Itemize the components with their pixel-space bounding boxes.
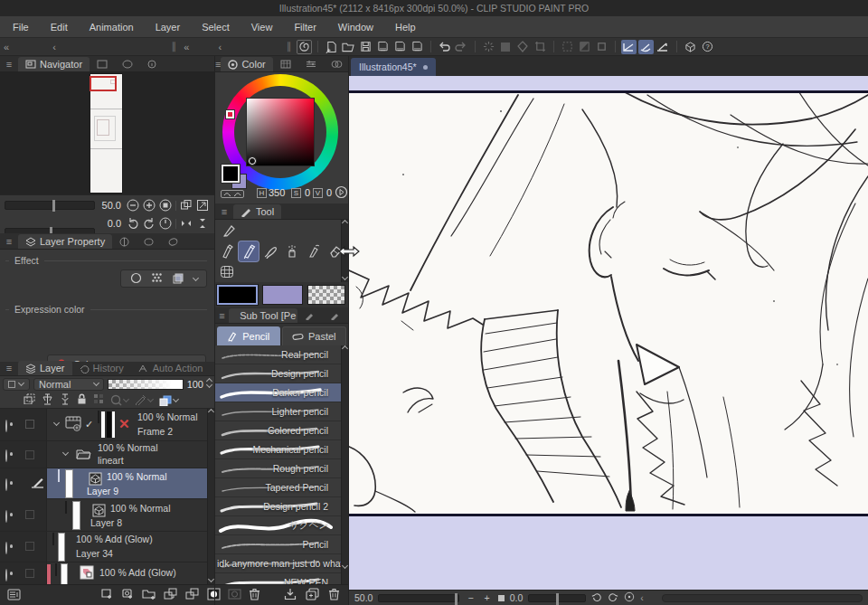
menu-layer[interactable]: Layer xyxy=(156,22,181,33)
subtool-item-tapered-pencil[interactable]: Tapered Pencil xyxy=(215,478,341,497)
layer-row-partial[interactable]: 100 % Add (Glow) xyxy=(0,562,207,584)
border-effect-button[interactable] xyxy=(130,272,142,286)
sv-cursor[interactable] xyxy=(249,157,256,165)
layer-visibility-eye-icon[interactable] xyxy=(5,510,7,523)
transfer-to-lower-layer-button[interactable] xyxy=(164,588,178,602)
selection-clear-icon[interactable] xyxy=(594,40,609,54)
subtool-item-mechanical-pencil[interactable]: Mechanical pencil xyxy=(215,440,341,459)
tool-figure-grid[interactable] xyxy=(217,262,237,280)
tab-information-icon[interactable] xyxy=(140,57,164,71)
tab-item-bank-icon[interactable] xyxy=(115,57,140,71)
tab-modified-dot-icon[interactable] xyxy=(423,65,428,70)
clip-to-layer-below-icon[interactable] xyxy=(24,393,35,406)
layer-row-layer34[interactable]: 100 % Add (Glow) Layer 34 xyxy=(0,532,207,562)
layer-check-area[interactable] xyxy=(25,450,34,459)
tab-subview-icon[interactable] xyxy=(90,57,115,71)
canvas-horizontal-scrollbar[interactable] xyxy=(662,594,863,602)
import-sub-tool-button[interactable] xyxy=(284,588,297,602)
canvas-viewport[interactable] xyxy=(349,76,868,590)
layer-thumbnail[interactable] xyxy=(65,501,67,514)
selection-rect-icon[interactable] xyxy=(560,40,575,54)
dock-grip2-icon[interactable]: ∥ xyxy=(283,41,296,52)
subtool-scrollbar[interactable] xyxy=(341,345,348,584)
zoom-out-button[interactable] xyxy=(127,199,139,213)
subtool-item-pencil[interactable]: Pencil xyxy=(215,535,341,554)
snap-to-ruler-toggle[interactable] xyxy=(621,40,637,54)
canvas-rotate-slider[interactable] xyxy=(528,594,586,602)
layer-color-effect-button[interactable] xyxy=(172,272,184,286)
tab-subtool-alt-icon[interactable] xyxy=(297,308,323,323)
panel-menu-icon[interactable]: ≡ xyxy=(0,57,18,71)
enable-mask-icon[interactable] xyxy=(110,394,128,406)
menu-select[interactable]: Select xyxy=(202,22,230,33)
tab-tone-icon[interactable] xyxy=(137,234,161,249)
tool-airbrush[interactable] xyxy=(282,241,302,261)
layer-check-area[interactable] xyxy=(25,420,34,429)
document-tab-illustration45[interactable]: Illustration45* xyxy=(351,58,436,76)
canvas-zoom-in-button[interactable]: + xyxy=(482,592,493,603)
tab-layer[interactable]: Layer xyxy=(18,361,72,375)
tab-effect-icon[interactable] xyxy=(112,234,137,249)
ruler-range-icon[interactable] xyxy=(135,394,153,405)
titlebar[interactable]: Illustration45* (2112 x 8416px 300dpi 50… xyxy=(0,0,868,16)
layer-name-text[interactable]: lineart xyxy=(98,455,124,466)
new-layer-settings-button[interactable] xyxy=(121,588,135,602)
refresh-icon[interactable] xyxy=(481,40,496,54)
blend-mode-dropdown[interactable]: Normal xyxy=(33,378,104,391)
layer-opacity-slider[interactable] xyxy=(108,379,184,390)
tab-color-wheel[interactable]: Color xyxy=(221,57,272,71)
layer-check-area[interactable] xyxy=(25,510,34,519)
panel-menu-icon[interactable]: ≡ xyxy=(215,204,233,219)
reference-layer-icon[interactable] xyxy=(42,393,53,407)
fit-to-screen-button[interactable] xyxy=(180,199,193,213)
layer-visibility-eye-icon[interactable] xyxy=(5,420,7,432)
zoom-in-button[interactable] xyxy=(143,199,156,213)
layer-row-frame2[interactable]: ✓ ✕ 100 % Normal Frame 2 xyxy=(0,409,207,441)
canvas-zoom-slider[interactable] xyxy=(378,594,459,602)
saturation-value-square[interactable] xyxy=(247,99,314,165)
canvas-rotate-right-button[interactable] xyxy=(608,591,618,604)
layer-check-area[interactable] xyxy=(25,569,34,578)
canvas-rotate-left-button[interactable] xyxy=(591,591,602,604)
export-psd-button[interactable] xyxy=(410,40,425,54)
tool-brush[interactable] xyxy=(260,241,280,261)
scroll-up-icon[interactable] xyxy=(208,409,214,415)
layer-name-text[interactable]: Layer 8 xyxy=(90,517,122,528)
reset-rotation-button[interactable] xyxy=(159,217,172,232)
dock-grip-icon[interactable]: ∥ xyxy=(168,41,181,52)
lock-layer-icon[interactable] xyxy=(77,393,87,407)
new-folder-button[interactable] xyxy=(142,588,156,602)
palette-color-dropdown[interactable] xyxy=(3,378,30,391)
tab-navigator[interactable]: Navigator xyxy=(18,57,90,71)
subtool-item-rough-pencil[interactable]: Rough pencil xyxy=(215,459,341,478)
tab-auto-action[interactable]: Auto Action xyxy=(131,361,211,375)
scroll-down-icon[interactable] xyxy=(342,274,348,280)
tone-icon[interactable] xyxy=(498,40,514,54)
canvas-rotate-handle[interactable] xyxy=(556,593,559,605)
saturation-value[interactable]: 0 xyxy=(305,187,310,198)
subtool-item-real-pencil[interactable]: Real pencil xyxy=(215,345,341,364)
hue-ring-cursor[interactable] xyxy=(226,110,234,118)
tool-pen[interactable] xyxy=(217,241,237,261)
collapse-mid-icon[interactable]: « xyxy=(180,42,193,52)
layer-thumbnail[interactable] xyxy=(58,469,60,482)
tool-pencil-selected[interactable] xyxy=(239,241,259,261)
tone-effect-button[interactable] xyxy=(151,272,163,286)
tab-color-mixing-icon[interactable] xyxy=(324,57,350,71)
layer-thumbnail[interactable] xyxy=(52,533,54,545)
subtool-item-colored-pencil[interactable]: Colored pencil xyxy=(215,421,341,440)
panel-menu-icon[interactable]: ≡ xyxy=(0,361,18,375)
layer-name-text[interactable]: Frame 2 xyxy=(137,426,173,437)
layer-visibility-eye-icon[interactable] xyxy=(5,569,7,581)
material-icon[interactable] xyxy=(515,40,531,54)
disabled-x-icon[interactable]: ✕ xyxy=(118,416,130,432)
menu-file[interactable]: File xyxy=(13,22,29,33)
navigator-view-rect[interactable] xyxy=(90,76,117,91)
subtool-item-sakupen[interactable]: サクペン xyxy=(215,516,341,535)
layer-row-layer9-selected[interactable]: 100 % Normal Layer 9 xyxy=(47,468,207,499)
drawing-area[interactable] xyxy=(349,93,868,514)
crop-frame-icon[interactable] xyxy=(533,40,548,54)
zoom-reset-button[interactable] xyxy=(159,199,172,213)
scroll-up-icon[interactable] xyxy=(342,220,348,226)
subtool-item-new-pen[interactable]: NEW PEN xyxy=(215,573,341,584)
